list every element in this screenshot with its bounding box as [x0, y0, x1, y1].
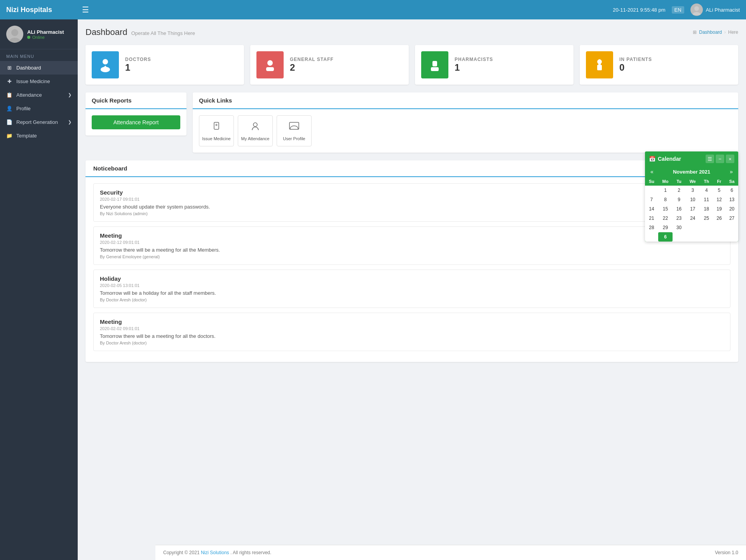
- pharmacists-label: PHARMACISTS: [455, 57, 493, 62]
- notice-title: Meeting: [100, 318, 724, 325]
- notice-by: By General Emoloyee (general): [100, 254, 724, 259]
- attendance-report-button[interactable]: Attendance Report: [92, 115, 180, 129]
- breadcrumb-home[interactable]: Dashboard: [699, 30, 722, 35]
- calendar-day[interactable]: 5: [713, 186, 726, 195]
- stat-card-in-patients: IN PATIENTS 0: [580, 45, 738, 85]
- calendar-day[interactable]: 28: [645, 223, 658, 232]
- calendar-day[interactable]: 27: [725, 214, 738, 223]
- calendar-day[interactable]: 1: [658, 186, 673, 195]
- footer: Copyright © 2021 Nizi Solutions . All ri…: [155, 545, 746, 560]
- quick-reports-card: Quick Reports Attendance Report: [85, 92, 186, 136]
- calendar-day[interactable]: 9: [673, 195, 685, 204]
- notice-title: Holiday: [100, 275, 724, 282]
- calendar-header: 📅 Calendar ☰ − ×: [645, 151, 738, 166]
- sidebar-item-dashboard[interactable]: ⊞ Dashboard: [0, 61, 78, 75]
- pharmacists-value: 1: [455, 62, 493, 73]
- calendar-day[interactable]: 6: [658, 232, 673, 242]
- footer-company-link[interactable]: Nizi Solutions: [201, 550, 229, 555]
- calendar-day[interactable]: 2: [673, 186, 685, 195]
- calendar-day[interactable]: [685, 232, 700, 242]
- layout: ALi Pharmacist Online Main Menu ⊞ Dashbo…: [0, 19, 746, 560]
- calendar-day[interactable]: 17: [685, 204, 700, 214]
- calendar-day[interactable]: [700, 223, 713, 232]
- my-attendance-icon: [250, 121, 261, 134]
- calendar-day[interactable]: 22: [658, 214, 673, 223]
- sidebar-item-issue-medicine[interactable]: ✚ Issue Medicine: [0, 75, 78, 88]
- in-patients-info: IN PATIENTS 0: [619, 57, 652, 73]
- quick-reports-col: Quick Reports Attendance Report: [85, 92, 186, 153]
- general-staff-label: GENERAL STAFF: [290, 57, 334, 62]
- sidebar-item-label: Dashboard: [16, 65, 41, 71]
- calendar-day[interactable]: [685, 223, 700, 232]
- calendar-day[interactable]: 26: [713, 214, 726, 223]
- calendar-day[interactable]: [725, 232, 738, 242]
- language-selector[interactable]: EN: [672, 6, 684, 14]
- calendar-day[interactable]: 8: [658, 195, 673, 204]
- calendar-day[interactable]: [725, 223, 738, 232]
- calendar-day[interactable]: [673, 232, 685, 242]
- quick-link-user-profile[interactable]: User Profile: [277, 115, 312, 146]
- stat-card-general-staff: GENERAL STAFF 2: [250, 45, 409, 85]
- in-patients-icon: [586, 51, 613, 78]
- sidebar-item-label: Template: [16, 133, 37, 139]
- cal-day-tu: Tu: [673, 177, 685, 186]
- calendar-day[interactable]: 10: [685, 195, 700, 204]
- calendar-widget: 📅 Calendar ☰ − × « November 2021 » Su Mo…: [645, 151, 738, 242]
- calendar-day[interactable]: 6: [725, 186, 738, 195]
- calendar-minimize-btn[interactable]: −: [716, 155, 724, 163]
- calendar-menu-btn[interactable]: ☰: [706, 155, 714, 163]
- notice-title: Meeting: [100, 232, 724, 239]
- calendar-day[interactable]: [645, 186, 658, 195]
- calendar-day[interactable]: 20: [725, 204, 738, 214]
- quick-link-my-attendance[interactable]: My Attendance: [238, 115, 273, 146]
- hamburger-menu[interactable]: ☰: [82, 5, 89, 14]
- calendar-day[interactable]: 30: [673, 223, 685, 232]
- calendar-day[interactable]: 18: [700, 204, 713, 214]
- svg-rect-17: [598, 64, 601, 65]
- calendar-day[interactable]: 23: [673, 214, 685, 223]
- user-profile-label: User Profile: [283, 136, 305, 141]
- calendar-day[interactable]: 12: [713, 195, 726, 204]
- sidebar-item-report-generation[interactable]: 📄 Report Generation ❯: [0, 115, 78, 129]
- sidebar-item-template[interactable]: 📁 Template: [0, 129, 78, 143]
- stat-card-pharmacists: PHARMACISTS 1: [415, 45, 573, 85]
- issue-medicine-icon: ✚: [6, 78, 12, 84]
- sidebar-username: ALi Pharmacist: [27, 29, 64, 35]
- calendar-day[interactable]: 3: [685, 186, 700, 195]
- calendar-day[interactable]: 13: [725, 195, 738, 204]
- calendar-day[interactable]: 24: [685, 214, 700, 223]
- calendar-day[interactable]: 19: [713, 204, 726, 214]
- sidebar-item-attendance[interactable]: 📋 Attendance ❯: [0, 88, 78, 102]
- cal-day-su: Su: [645, 177, 658, 186]
- notice-item-meeting2: Meeting 2020-02-02 09:01:01 Tomorrow the…: [93, 313, 730, 351]
- calendar-close-btn[interactable]: ×: [726, 155, 734, 163]
- calendar-prev-btn[interactable]: «: [649, 169, 655, 175]
- calendar-next-btn[interactable]: »: [728, 169, 734, 175]
- quick-link-issue-medicine[interactable]: Issue Medicine: [199, 115, 234, 146]
- sidebar-item-label: Profile: [16, 106, 31, 111]
- stats-row: DOCTORS 1 GENERAL STAFF 2: [85, 45, 738, 85]
- calendar-day[interactable]: 29: [658, 223, 673, 232]
- footer-copyright: Copyright © 2021 Nizi Solutions . All ri…: [163, 550, 271, 555]
- calendar-day[interactable]: 11: [700, 195, 713, 204]
- calendar-day[interactable]: [645, 232, 658, 242]
- svg-point-2: [11, 29, 18, 36]
- calendar-day[interactable]: 25: [700, 214, 713, 223]
- noticeboard-header: Noticeboard: [85, 160, 738, 177]
- calendar-day[interactable]: 4: [700, 186, 713, 195]
- calendar-day[interactable]: 14: [645, 204, 658, 214]
- calendar-day[interactable]: 21: [645, 214, 658, 223]
- calendar-day[interactable]: [713, 223, 726, 232]
- svg-rect-9: [266, 67, 274, 71]
- svg-point-3: [9, 38, 20, 42]
- noticeboard-body: Security 2020-02-17 09:01:01 Everyone sh…: [85, 177, 738, 362]
- calendar-day[interactable]: 15: [658, 204, 673, 214]
- calendar-day[interactable]: [700, 232, 713, 242]
- calendar-day[interactable]: 16: [673, 204, 685, 214]
- calendar-day[interactable]: [713, 232, 726, 242]
- stat-card-doctors: DOCTORS 1: [85, 45, 244, 85]
- calendar-day[interactable]: 7: [645, 195, 658, 204]
- general-staff-value: 2: [290, 62, 334, 73]
- breadcrumb-separator: ›: [724, 30, 726, 35]
- sidebar-item-profile[interactable]: 👤 Profile: [0, 102, 78, 115]
